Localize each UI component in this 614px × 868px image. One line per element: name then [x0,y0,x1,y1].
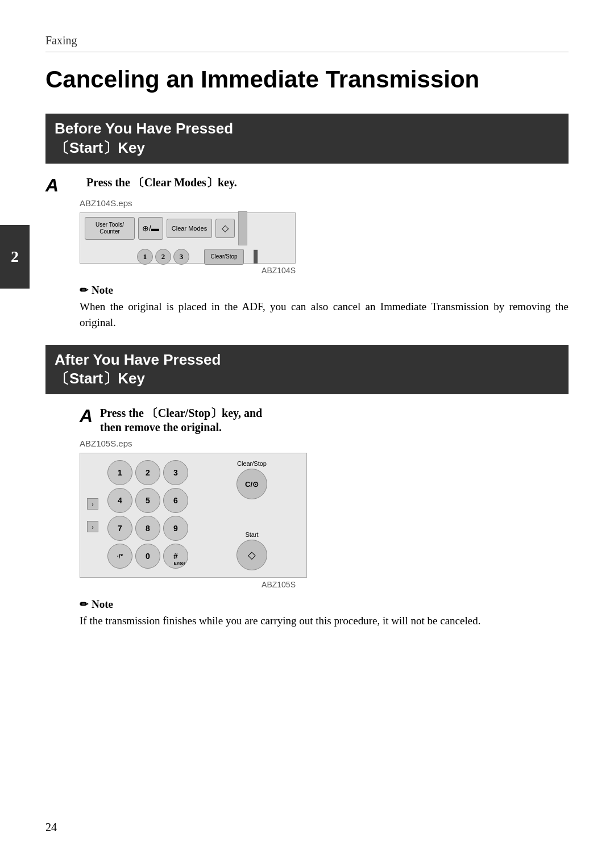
key-3: 3 [163,460,188,485]
key-2: 2 [135,460,160,485]
key-7: 7 [107,516,132,541]
note-section-1: ✏ Note When the original is placed in th… [80,284,569,331]
clear-stop-btn: C/⊙ [237,469,267,499]
step-letter-a1: A [45,175,59,196]
panel-image-label-1: ABZ104S [80,266,296,275]
panel-ellipsis: ▐ [250,250,258,263]
section2: After You Have Pressed 〔Start〕Key A Pres… [45,345,569,629]
note-header-1: ✏ Note [80,284,569,297]
key-star: ·/* [107,544,132,569]
arrow-down: › [87,521,98,532]
key-8: 8 [135,516,160,541]
panel-image-label-2: ABZ105S [80,580,296,589]
num3-key: 3 [173,249,189,265]
clear-stop-area: Clear/Stop C/⊙ [204,460,300,499]
note-section-2: ✏ Note If the transmission finishes whil… [80,598,569,629]
file-label-1: ABZ104S.eps [80,198,569,208]
step-a-instruction: A Press the 〔Clear Modes〕key. [80,175,569,194]
right-controls: Clear/Stop C/⊙ Start ◇ [195,460,300,570]
note-text-2: If the transmission finishes while you a… [80,613,569,629]
start-label: Start [245,531,258,538]
diamond-button-1: ◇ [215,219,235,238]
note-text-1: When the original is placed in the ADF, … [80,299,569,331]
key-0: 0 [135,544,160,569]
sidebar-number-badge: 2 [0,225,30,289]
note-icon-1: ✏ [80,284,88,297]
note-icon-2: ✏ [80,598,88,611]
key-9: 9 [163,516,188,541]
key-4: 4 [107,488,132,513]
breadcrumb: Faxing [45,34,569,52]
key-hash: # Enter [163,544,188,569]
icon-button: ⊕/▬ [138,217,163,240]
section1-heading-container: Before You Have Pressed 〔Start〕Key [45,114,569,164]
clear-stop-label: Clear/Stop [237,460,267,467]
start-area: Start ◇ [204,531,300,570]
page-title: Canceling an Immediate Transmission [45,66,569,93]
file-label-2: ABZ105S.eps [80,439,569,448]
arrow-up: › [87,498,98,510]
left-arrows: › › [87,460,101,570]
device-panel-1: User Tools/Counter ⊕/▬ Clear Modes ◇ 1 2… [80,212,296,264]
key-1: 1 [107,460,132,485]
numpad: 1 2 3 4 5 6 7 8 9 ·/* 0 # Enter [107,460,188,570]
clear-stop-key: Clear/Stop [204,249,244,265]
step-letter-a2: A [80,406,93,427]
page-number: 24 [45,821,57,834]
clear-modes-button: Clear Modes [167,219,212,238]
num2-key: 2 [155,249,171,265]
num1-key: 1 [137,249,153,265]
section2-heading-container: After You Have Pressed 〔Start〕Key [45,345,569,395]
step-instruction-1: Press the 〔Clear Modes〕key. [84,175,237,190]
section1-heading: Before You Have Pressed 〔Start〕Key [55,119,559,158]
section2-heading: After You Have Pressed 〔Start〕Key [55,350,559,389]
device-panel-2: › › 1 2 3 4 5 6 7 8 9 ·/* 0 # [80,453,307,578]
key-6: 6 [163,488,188,513]
user-tools-button: User Tools/Counter [85,217,135,240]
step-instruction-2a: Press the 〔Clear/Stop〕key, and [98,407,262,419]
step-instruction-2b: then remove the original. [98,421,222,433]
step-a2-instruction: A Press the 〔Clear/Stop〕key, and then re… [80,406,569,434]
start-btn: ◇ [237,540,267,570]
note-header-2: ✏ Note [80,598,569,611]
section1: Before You Have Pressed 〔Start〕Key 2 A P… [45,114,569,331]
key-5: 5 [135,488,160,513]
